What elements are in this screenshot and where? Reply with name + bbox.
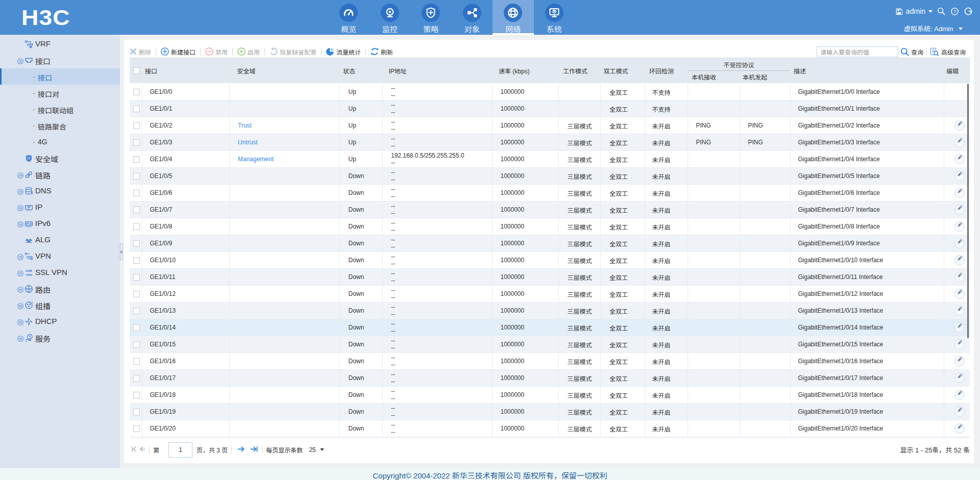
svg-text:IP: IP	[27, 206, 31, 209]
svg-text:IT: IT	[27, 156, 31, 161]
svg-text:VRF: VRF	[27, 43, 33, 46]
svg-text:VPN: VPN	[26, 273, 32, 276]
svg-text:?: ?	[953, 9, 956, 14]
svg-text:IPv6: IPv6	[26, 222, 32, 225]
svg-text:VPN: VPN	[26, 255, 33, 259]
